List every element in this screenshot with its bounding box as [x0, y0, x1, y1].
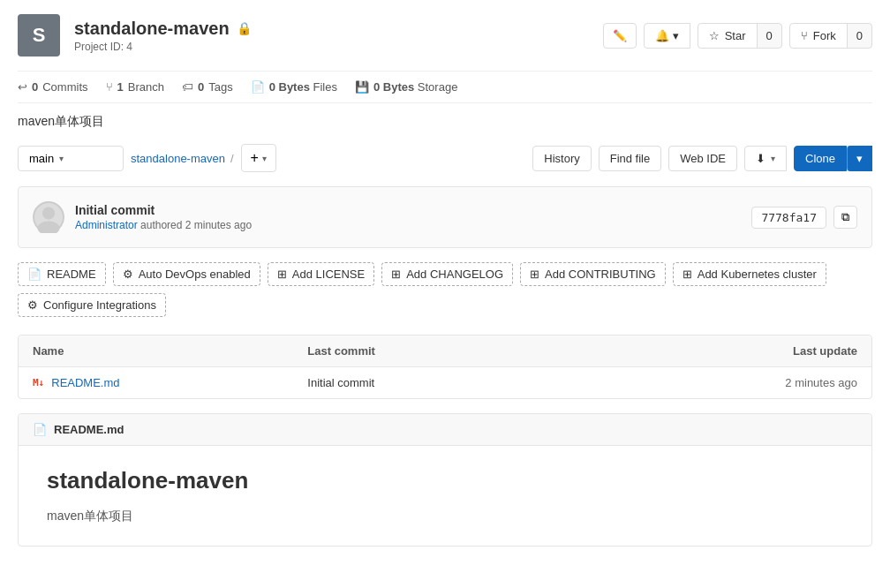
file-table-header: Name Last commit Last update — [19, 335, 871, 367]
col-date-header: Last update — [583, 344, 857, 358]
copy-hash-button[interactable]: ⧉ — [833, 206, 857, 229]
project-header-left: S standalone-maven 🔒 Project ID: 4 — [18, 14, 252, 57]
branch-toolbar-left: main ▾ standalone-maven / + ▾ — [18, 144, 276, 172]
commits-icon: ↩ — [18, 80, 27, 94]
star-icon: ☆ — [709, 29, 720, 42]
auto-devops-button[interactable]: ⚙ Auto DevOps enabled — [113, 262, 260, 286]
branch-selector[interactable]: main ▾ — [18, 146, 124, 171]
notification-button[interactable]: 🔔 ▾ — [644, 23, 690, 49]
chevron-down-icon: ▾ — [59, 154, 64, 163]
files-count: 0 Bytes Files — [269, 80, 337, 94]
project-title: standalone-maven 🔒 — [74, 19, 252, 39]
readme-icon: 📄 — [27, 268, 41, 281]
integrations-gear-icon: ⚙ — [27, 298, 38, 312]
add-license-icon: ⊞ — [277, 268, 287, 281]
branch-icon: ⑂ — [106, 80, 113, 94]
commit-title[interactable]: Initial commit — [75, 203, 252, 217]
file-last-commit: Initial commit — [307, 376, 582, 389]
history-button[interactable]: History — [532, 146, 591, 171]
col-commit-header: Last commit — [307, 344, 582, 358]
lock-icon: 🔒 — [237, 21, 252, 35]
tags-label: Tags — [208, 80, 232, 94]
branch-path: standalone-maven / — [131, 152, 234, 165]
plus-icon: + — [251, 150, 259, 166]
readme-title: standalone-maven — [47, 467, 843, 494]
svg-point-0 — [42, 207, 55, 219]
branch-toolbar-right: History Find file Web IDE ⬇ ▾ Clone ▾ — [532, 146, 872, 171]
web-ide-button[interactable]: Web IDE — [668, 146, 737, 171]
add-kubernetes-icon: ⊞ — [683, 268, 692, 281]
add-changelog-button[interactable]: ⊞ Add CHANGELOG — [381, 262, 513, 286]
readme-filename: README.md — [54, 423, 124, 436]
files-icon: 📄 — [251, 80, 265, 94]
commits-stat[interactable]: ↩ 0 Commits — [18, 80, 88, 94]
clone-dropdown-button[interactable]: ▾ — [847, 146, 872, 171]
svg-point-1 — [38, 221, 60, 233]
commit-author-link[interactable]: Administrator — [75, 219, 138, 231]
header-actions: ✏️ 🔔 ▾ ☆ Star 0 ⑂ Fork 0 — [603, 23, 872, 49]
commit-time: 2 minutes ago — [185, 219, 252, 231]
commit-left: Initial commit Administrator authored 2 … — [33, 201, 252, 233]
commit-avatar — [33, 201, 64, 233]
storage-count: 0 Bytes Storage — [373, 80, 457, 94]
project-info: standalone-maven 🔒 Project ID: 4 — [74, 19, 252, 53]
commit-meta: Administrator authored 2 minutes ago — [75, 219, 252, 231]
file-type-icon: M↓ — [33, 377, 44, 388]
gear-icon: ⚙ — [123, 268, 133, 281]
fork-count: 0 — [847, 23, 872, 49]
download-chevron-icon: ▾ — [771, 154, 775, 163]
branch-name: main — [29, 152, 54, 165]
files-stat: 📄 0 Bytes Files — [251, 80, 337, 94]
col-name-header: Name — [33, 344, 307, 358]
branch-toolbar: main ▾ standalone-maven / + ▾ History Fi… — [18, 144, 872, 172]
commit-hash[interactable]: 7778fa17 — [751, 207, 826, 229]
edit-button[interactable]: ✏️ — [603, 23, 637, 49]
commit-info: Initial commit Administrator authored 2 … — [18, 186, 872, 248]
path-separator: / — [230, 152, 234, 165]
configure-integrations-button[interactable]: ⚙ Configure Integrations — [18, 293, 166, 317]
commit-details: Initial commit Administrator authored 2 … — [75, 203, 252, 231]
add-chevron-icon: ▾ — [262, 154, 267, 163]
commits-count: 0 — [32, 80, 38, 94]
notification-group: 🔔 ▾ — [644, 23, 690, 49]
tags-count: 0 — [198, 80, 204, 94]
readme-button[interactable]: 📄 README — [18, 262, 106, 286]
tags-icon: 🏷 — [182, 80, 193, 94]
add-contributing-button[interactable]: ⊞ Add CONTRIBUTING — [520, 262, 666, 286]
file-last-update: 2 minutes ago — [583, 376, 857, 389]
project-id: Project ID: 4 — [74, 41, 252, 53]
commit-right: 7778fa17 ⧉ — [751, 206, 857, 229]
branches-count: 1 — [117, 80, 124, 94]
commit-action: authored — [140, 219, 185, 231]
fork-icon: ⑂ — [801, 29, 808, 42]
storage-icon: 💾 — [355, 80, 369, 94]
project-avatar: S — [18, 14, 60, 57]
add-file-button[interactable]: + ▾ — [241, 144, 276, 172]
storage-stat: 💾 0 Bytes Storage — [355, 80, 457, 94]
commits-label: Commits — [42, 80, 87, 94]
tags-stat[interactable]: 🏷 0 Tags — [182, 80, 233, 94]
readme-file-icon: 📄 — [33, 423, 47, 436]
project-header: S standalone-maven 🔒 Project ID: 4 ✏️ 🔔 … — [18, 14, 872, 57]
add-contributing-icon: ⊞ — [530, 268, 539, 281]
path-root-link[interactable]: standalone-maven — [131, 152, 225, 165]
file-name-link[interactable]: M↓ README.md — [33, 376, 307, 389]
file-table: Name Last commit Last update M↓ README.m… — [18, 335, 872, 399]
action-buttons: 📄 README ⚙ Auto DevOps enabled ⊞ Add LIC… — [18, 262, 872, 317]
stats-bar: ↩ 0 Commits ⑂ 1 Branch 🏷 0 Tags 📄 0 Byte… — [18, 71, 872, 103]
find-file-button[interactable]: Find file — [599, 146, 662, 171]
readme-section: 📄 README.md standalone-maven maven单体项目 — [18, 413, 872, 547]
download-button[interactable]: ⬇ ▾ — [744, 146, 787, 171]
add-kubernetes-button[interactable]: ⊞ Add Kubernetes cluster — [673, 262, 826, 286]
branches-label: Branch — [128, 80, 164, 94]
branches-stat[interactable]: ⑂ 1 Branch — [106, 80, 164, 94]
star-button[interactable]: ☆ Star — [698, 23, 758, 49]
download-group: ⬇ ▾ — [744, 146, 787, 171]
clone-button[interactable]: Clone — [794, 146, 847, 171]
star-group: ☆ Star 0 — [698, 23, 782, 49]
add-changelog-icon: ⊞ — [391, 268, 401, 281]
fork-button[interactable]: ⑂ Fork — [789, 23, 848, 49]
star-count: 0 — [757, 23, 782, 49]
add-license-button[interactable]: ⊞ Add LICENSE — [268, 262, 374, 286]
project-description: maven单体项目 — [18, 114, 872, 130]
